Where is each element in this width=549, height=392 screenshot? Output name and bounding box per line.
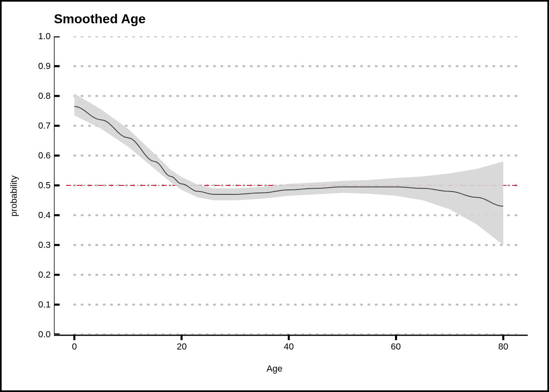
x-axis-label: Age [2, 363, 547, 374]
y-tick-label: 0.5 [26, 180, 51, 191]
plot-svg [54, 36, 524, 334]
y-tick-label: 0.1 [26, 299, 51, 310]
chart-title: Smoothed Age [54, 11, 146, 27]
y-tick-label: 0.7 [26, 120, 51, 131]
y-tick-label: 0.9 [26, 61, 51, 71]
x-axis [50, 334, 540, 351]
y-tick-label: 0.0 [26, 329, 51, 340]
y-tick-label: 1.0 [26, 31, 51, 42]
y-axis-label: probability [9, 176, 19, 216]
y-tick-label: 0.6 [26, 150, 51, 161]
y-tick-label: 0.3 [26, 240, 51, 250]
y-tick-label: 0.4 [26, 210, 51, 220]
y-tick-label: 0.8 [26, 91, 51, 101]
plot-area [54, 36, 524, 334]
confidence-ribbon [74, 94, 503, 245]
chart-frame: Smoothed Age probability 1.0 0.9 0.8 0.7… [0, 0, 549, 392]
y-tick-label: 0.2 [26, 270, 51, 280]
